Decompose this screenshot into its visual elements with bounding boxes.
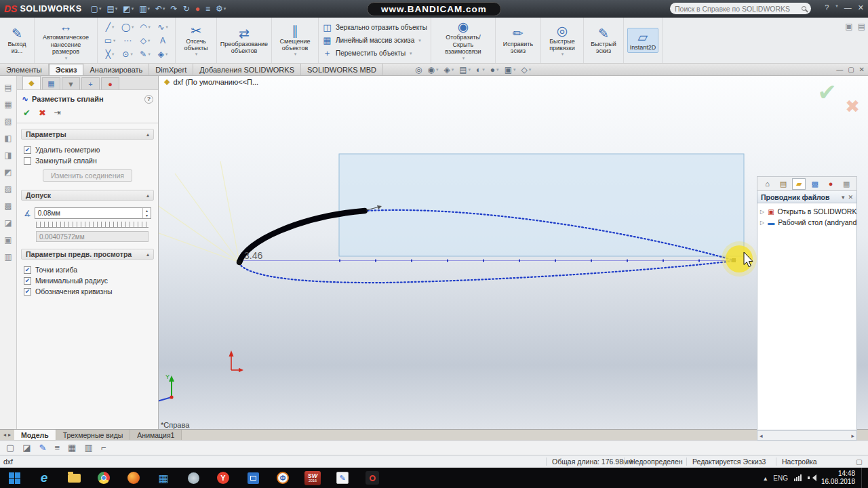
eraser-icon[interactable]: ◪ xyxy=(22,443,31,453)
start-button[interactable] xyxy=(0,468,28,488)
collapse-chevron-icon[interactable]: ▴ xyxy=(146,192,149,199)
spline-tool-icon[interactable]: ∿▾ xyxy=(154,20,172,34)
tree-strip-icon[interactable]: ▨ xyxy=(4,184,12,194)
circle-tool-icon[interactable]: ◯▾ xyxy=(119,20,136,34)
chevron-down-icon[interactable]: ▾ xyxy=(418,38,421,43)
exit-sketch-button[interactable]: ✎ Выход из... xyxy=(3,25,31,56)
collapse-chevron-icon[interactable]: ▴ xyxy=(146,131,149,138)
linear-pattern-button[interactable]: ▦ Линейный массив эскиза ▾ xyxy=(322,35,427,45)
rebuild-icon[interactable]: ↻ xyxy=(181,3,192,14)
expand-icon[interactable]: ▷ xyxy=(760,220,764,226)
tree-item-desktop[interactable]: ▷ ▬ Рабочий стол (andryand xyxy=(757,217,856,228)
firefox-icon[interactable] xyxy=(125,469,142,487)
scroll-left-icon[interactable]: ◂ xyxy=(760,432,763,439)
tree-strip-icon[interactable]: ◩ xyxy=(4,167,12,177)
lines-icon[interactable]: ≡ xyxy=(55,443,60,453)
clock[interactable]: 14:48 16.08.2018 xyxy=(821,470,855,487)
solidworks-app-icon[interactable]: SW2016 xyxy=(304,469,321,487)
trim-entities-button[interactable]: ✂ Отсечь объекты ▾ xyxy=(179,22,213,59)
group-header-parameters[interactable]: Параметры ▴ xyxy=(21,129,154,140)
zoom-fit-icon[interactable]: ◎ xyxy=(415,65,422,75)
expand-icon[interactable]: ▷ xyxy=(760,209,764,215)
tab-features[interactable]: Элементы xyxy=(0,64,49,75)
print-icon[interactable]: ▥▾ xyxy=(137,3,152,14)
display-style-icon[interactable]: ◐▾ xyxy=(476,65,485,75)
trim-tool-icon[interactable]: ╳▾ xyxy=(101,47,119,61)
yandex-browser-icon[interactable]: Y xyxy=(214,469,232,487)
view-palette-icon[interactable]: ▩ xyxy=(808,178,822,190)
chrome-icon[interactable] xyxy=(95,469,113,487)
close-pane-icon[interactable]: ✕ xyxy=(848,194,853,201)
design-library-icon[interactable]: ▤ xyxy=(776,178,790,190)
file-explorer-icon[interactable]: ▰ xyxy=(792,178,806,190)
instant2d-button[interactable]: ▱ Instant2D xyxy=(627,28,658,53)
confirmation-cancel-icon[interactable]: ✖ xyxy=(845,96,860,117)
text-tool-icon[interactable]: A xyxy=(154,34,172,47)
display-relations-button[interactable]: ◉ Отобразить/Скрыть взаимосвязи ▾ xyxy=(435,18,492,62)
tolerance-spinner[interactable]: 0.08мм ▴ ▾ xyxy=(35,207,151,219)
help-search-box[interactable]: Поиск в Справке по SOLIDWORKS xyxy=(670,3,811,14)
pencil-tool-icon[interactable]: ✎▾ xyxy=(136,47,154,61)
tab-animation1[interactable]: Анимация1 xyxy=(130,430,182,440)
tree-strip-icon[interactable]: ▣ xyxy=(4,235,12,245)
section-view-icon[interactable]: ◈▾ xyxy=(443,65,454,75)
tab-configurations[interactable]: ▦ xyxy=(42,77,60,89)
quick-snaps-button[interactable]: ◎ Быстрые привязки ▾ xyxy=(545,22,580,59)
chevron-down-icon[interactable]: ▾ xyxy=(195,52,198,57)
tree-strip-icon[interactable]: ◧ xyxy=(4,134,12,143)
tree-strip-icon[interactable]: ▩ xyxy=(4,201,12,211)
file-explorer-icon[interactable] xyxy=(65,469,83,487)
help-chevron-icon[interactable]: ▾ xyxy=(835,3,838,12)
pin-icon[interactable]: ⇥ xyxy=(54,108,61,118)
tab-sketch[interactable]: Эскиз xyxy=(49,64,84,75)
minimize-button[interactable]: — xyxy=(844,3,852,12)
paint-app-icon[interactable]: ✎ xyxy=(334,469,351,487)
undo-icon[interactable]: ↶▾ xyxy=(153,3,167,14)
tab-filter[interactable]: ▼ xyxy=(62,77,80,89)
tab-3d-views[interactable]: Трехмерные виды xyxy=(56,430,131,440)
checkbox-inflection-points[interactable]: ✔ Точки изгиба xyxy=(24,266,151,274)
tree-strip-icon[interactable]: ▤ xyxy=(4,83,12,92)
zoom-area-icon[interactable]: ◉▾ xyxy=(427,65,438,75)
tab-propertymanager[interactable]: ◆ xyxy=(22,76,41,89)
tree-strip-icon[interactable]: ▦ xyxy=(4,100,12,109)
group-header-preview[interactable]: Параметры предв. просмотра ▴ xyxy=(21,249,154,260)
tab-nav-arrows[interactable]: ◂ ▸ xyxy=(0,430,14,440)
fillet-tool-icon[interactable]: ◈▾ xyxy=(154,47,172,61)
hide-show-icon[interactable]: ●▾ xyxy=(490,65,499,75)
settings-app-icon[interactable] xyxy=(184,469,202,487)
arc-tool-icon[interactable]: ◠▾ xyxy=(136,20,154,34)
pin-icon[interactable]: ▾ xyxy=(842,194,845,201)
smart-dimension-button[interactable]: ↔ Автоматическое нанесение размеров ▾ xyxy=(38,18,94,62)
mirror-entities-button[interactable]: ◫ Зеркально отразить объекты xyxy=(322,22,427,33)
internet-explorer-icon[interactable]: e xyxy=(35,469,53,487)
language-indicator[interactable]: ENG xyxy=(773,474,788,482)
search-icon[interactable] xyxy=(802,6,806,11)
pencil-icon[interactable]: ✎ xyxy=(39,443,47,453)
cancel-button[interactable]: ✖ xyxy=(39,108,46,118)
table-icon[interactable]: ▥ xyxy=(84,443,92,453)
open-document-icon[interactable]: ▤▾ xyxy=(104,3,119,14)
blue-app-icon[interactable]: ▦ xyxy=(155,469,172,487)
polygon-tool-icon[interactable]: ◇▾ xyxy=(136,34,154,47)
help-icon[interactable]: ? xyxy=(144,95,153,104)
document-tab[interactable]: ◆ dxf (По умолчанию<<П... xyxy=(164,77,258,86)
move-entities-button[interactable]: + Переместить объекты ▾ xyxy=(322,48,427,58)
checkbox-minimum-radius[interactable]: ✔ Минимальный радиус xyxy=(24,277,151,285)
group-header-tolerance[interactable]: Допуск ▴ xyxy=(21,190,154,201)
line-tool-icon[interactable]: ╱▾ xyxy=(101,20,119,34)
tree-strip-icon[interactable]: ▧ xyxy=(4,117,12,126)
corner-icon[interactable]: ⌐ xyxy=(101,443,106,453)
options-gear-icon[interactable]: ⚙▾ xyxy=(214,3,228,14)
tab-dimxpertmanager[interactable]: + xyxy=(81,77,100,89)
save-icon[interactable]: ◩▾ xyxy=(121,3,136,14)
point-tool-icon[interactable]: ⋯ xyxy=(119,34,136,47)
tray-expand-icon[interactable]: ▴ xyxy=(764,474,767,482)
convert-entities-button[interactable]: ⇄ Преобразование объектов xyxy=(220,25,268,56)
appearance-icon[interactable]: ● xyxy=(193,3,202,14)
tab-evaluate[interactable]: Анализировать xyxy=(83,64,149,75)
network-icon[interactable] xyxy=(794,474,802,481)
leading-edge-point[interactable] xyxy=(237,260,241,264)
ellipse-tool-icon[interactable]: ⊙▾ xyxy=(119,47,136,61)
grid-icon[interactable]: ▦ xyxy=(68,443,76,453)
